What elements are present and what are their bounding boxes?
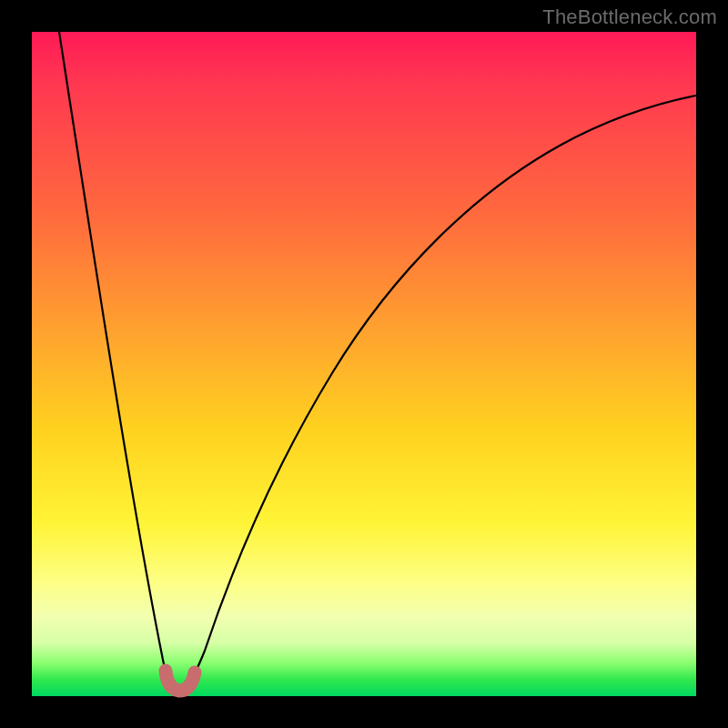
curve-left-branch bbox=[59, 32, 173, 687]
curve-layer bbox=[32, 32, 696, 696]
plot-area bbox=[32, 32, 696, 696]
chart-frame: TheBottleneck.com bbox=[0, 0, 728, 728]
watermark-text: TheBottleneck.com bbox=[542, 5, 717, 29]
curve-right-branch bbox=[187, 96, 696, 687]
valley-marker-icon bbox=[166, 671, 195, 691]
